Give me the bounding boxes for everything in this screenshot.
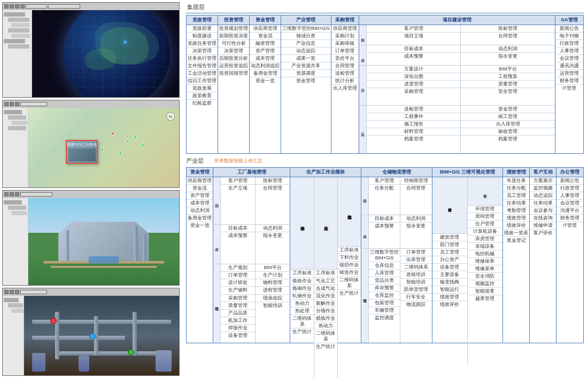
factory-graphic bbox=[28, 198, 179, 285]
col-caigou: 采购管理 供应商管理 采购计划 采购审核 订单管理 竞价平台 合同管理 送检管理… bbox=[331, 15, 359, 153]
cell: 资产管理 bbox=[250, 48, 281, 55]
col-oa: OA管理 新闻公告 电子刊物 行政管理 人事管理 会议管理 通讯沟通 运营管理 … bbox=[555, 15, 583, 153]
cell: 新闻公告 bbox=[555, 25, 583, 33]
cell: 采购审核 bbox=[331, 40, 359, 48]
b-col-zijin: 资金管理 供应商管理 资金流 资产管理 成本管理 动态利润 备用金管理 资金一览 bbox=[187, 168, 213, 343]
cell: 可行性分析 bbox=[218, 40, 249, 48]
cell: 融资管理 bbox=[250, 40, 281, 48]
col-chanye: 产业管理 三维数字管控BIM+GIS 领域分类 产业信息 动态追踪 成果一览 产… bbox=[281, 15, 331, 153]
cell: 财务管理 bbox=[555, 77, 583, 85]
b-col-bim: BIM+GIS 三维可视化管理 建筑管理 建筑管理 部门管理 员工管理 办公资产… bbox=[432, 168, 504, 343]
cell: 深化出图 bbox=[367, 73, 461, 81]
cell: 采购计划 bbox=[331, 33, 359, 40]
cell: 文件报告管理 bbox=[187, 62, 218, 70]
cell: 成本管理 bbox=[187, 200, 213, 207]
cell: 供应商管理 bbox=[187, 177, 213, 185]
cell: 动态追踪 bbox=[281, 48, 331, 55]
bottom-header: 产业层 所有数据智能上传汇总 bbox=[186, 157, 584, 165]
b-col-kehu-header: 客户互动 bbox=[530, 168, 556, 177]
cell: 成本预警 bbox=[367, 53, 461, 60]
b-col-jixiao: 绩效管理 年度任务 任务分配 员工管理 任务结果 考勤管理 绩效管理 绩效评价 … bbox=[503, 168, 530, 343]
col-dangzheng-header: 党政管理 bbox=[187, 15, 218, 25]
col-touzi-header: 投资管理 bbox=[218, 15, 249, 25]
cell: 投资回报管理 bbox=[218, 70, 249, 77]
pipeline-graphic bbox=[24, 296, 179, 375]
cell: 订单管理 bbox=[331, 48, 359, 55]
cell: 成果一览 bbox=[281, 55, 331, 62]
cell: 信访工作管理 bbox=[187, 77, 218, 85]
cell: 党政部署 bbox=[187, 25, 218, 33]
cell: 质量管理 bbox=[461, 81, 555, 88]
cell: 档案管理 bbox=[461, 136, 555, 143]
cell: 项目立项 bbox=[367, 33, 461, 40]
cell: 成本管理 bbox=[250, 55, 281, 62]
cell: 动态利润 bbox=[461, 45, 555, 53]
cell: 通讯沟通 bbox=[555, 62, 583, 70]
col-xiangmu-header: 项目建设管理 bbox=[359, 15, 555, 25]
cell: 电子刊物 bbox=[555, 33, 583, 40]
cell: 人事管理 bbox=[555, 48, 583, 55]
col-xiangmu: 项目建设管理 前期 客户管理 项目立项 投标管理 bbox=[359, 15, 555, 153]
cell: 资产管理 bbox=[187, 192, 213, 200]
col-caigou-header: 采购管理 bbox=[331, 15, 359, 25]
cell: 供应商管理 bbox=[331, 25, 359, 33]
cell: 目标成本 bbox=[367, 45, 461, 53]
cell: 送检管理 bbox=[367, 106, 461, 113]
b-col-kehu: 客户互动 方案展示 监控视频 动态追踪 任务结果 会议参与 在线咨询 维修申请 … bbox=[530, 168, 556, 343]
cell: 备用金管理 bbox=[187, 215, 213, 222]
cell: 竣工管理 bbox=[461, 113, 555, 121]
cell: 党政发展 bbox=[187, 85, 218, 92]
cell: 出入库管理 bbox=[331, 85, 359, 92]
col-zijin: 资金管理 供应商管理 资金流 融资管理 资产管理 成本管理 动态利润追踪 备用金… bbox=[250, 15, 281, 153]
cell: 工程预算 bbox=[461, 73, 555, 81]
cell: 行政管理 bbox=[555, 40, 583, 48]
cell: 产业资源共享 bbox=[281, 62, 331, 70]
cell: 投资规划管理 bbox=[218, 25, 249, 33]
map-screenshot: 新疆XXX工业基地 N bbox=[2, 100, 180, 188]
cell: 会议管理 bbox=[555, 55, 583, 62]
cell: 方案设计 bbox=[367, 66, 461, 73]
cell: 资金流 bbox=[187, 185, 213, 192]
cell: 党政任务管理 bbox=[187, 40, 218, 48]
b-col-cangchu: 仓储物流管理 前期 客户管理 任务分配 经销商管理 合同管理 bbox=[361, 168, 432, 343]
right-panel: 集团层 党政管理 党政部署 制度建设 党政任务管理 决策管理 任务执行管理 文件… bbox=[182, 0, 588, 378]
cell: 资金一览 bbox=[250, 77, 281, 84]
b-col-bangong: 办公管理 新闻公告 行政管理 人事管理 会议管理 沟通平台 财务管理 IT管理 bbox=[556, 168, 583, 343]
cell: 验收管理 bbox=[461, 128, 555, 136]
cell: 材料管理 bbox=[367, 128, 461, 136]
cell: 三维数字管控BIM+GIS bbox=[281, 25, 331, 33]
cell: 纪检监察 bbox=[187, 100, 218, 107]
col-dangzheng: 党政管理 党政部署 制度建设 党政任务管理 决策管理 任务执行管理 文件报告管理… bbox=[187, 15, 218, 153]
cell: BIM平台 bbox=[461, 66, 555, 73]
bottom-layer: 资金管理 供应商管理 资金流 资产管理 成本管理 动态利润 备用金管理 资金一览… bbox=[186, 167, 584, 343]
b-col-bim-header: BIM+GIS 三维可视化管理 bbox=[432, 168, 503, 177]
cell: 产业信息 bbox=[281, 40, 331, 48]
cell: 指令变更 bbox=[461, 53, 555, 60]
pipeline-screenshot bbox=[2, 288, 180, 376]
cell: 前期投资决策 bbox=[218, 33, 249, 40]
col-oa-header: OA管理 bbox=[555, 15, 583, 25]
cell: 进度管理 bbox=[367, 81, 461, 88]
cell: 资金一览 bbox=[187, 222, 213, 229]
cell: 工程事件 bbox=[367, 113, 461, 121]
cell: 档案管理 bbox=[367, 136, 461, 143]
cell: 任务执行管理 bbox=[187, 55, 218, 62]
cell: 施工报告 bbox=[367, 121, 461, 128]
cell: 后期投资分析 bbox=[218, 55, 249, 62]
cell: 资金流 bbox=[250, 33, 281, 40]
cell: 投标管理 bbox=[461, 25, 555, 33]
cell: 备用金管理 bbox=[250, 70, 281, 77]
cell: 政策教育 bbox=[187, 92, 218, 100]
cell: 领域分类 bbox=[281, 33, 331, 40]
b-col-shengchan-header: 生产加工作业模块 bbox=[290, 168, 361, 177]
cell: 运营投资追踪 bbox=[218, 62, 249, 70]
cell: 采购管理 bbox=[367, 88, 461, 95]
cell: 动态利润追踪 bbox=[250, 62, 281, 70]
cell: 统计分析 bbox=[331, 77, 359, 85]
col-chanye-header: 产业管理 bbox=[281, 15, 331, 25]
cell: 资金管理 bbox=[461, 106, 555, 113]
cell: 竞价平台 bbox=[331, 55, 359, 62]
cell: 供应商管理 bbox=[250, 25, 281, 33]
cell: 资金管理 bbox=[281, 77, 331, 84]
top-layer-title: 集团层 bbox=[186, 3, 584, 11]
